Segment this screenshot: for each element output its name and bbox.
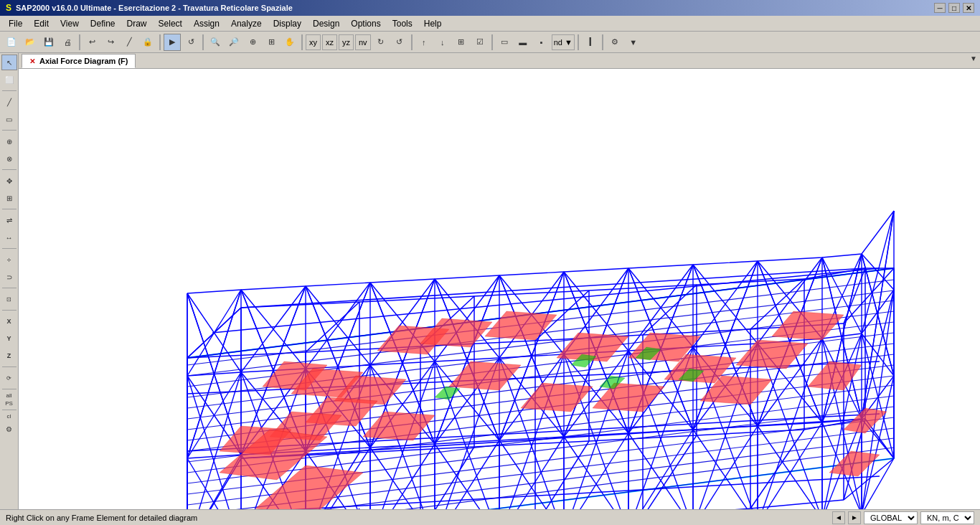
tb-node-dropdown[interactable]: nd ▼ <box>552 34 575 50</box>
lt-view-xaxis[interactable]: X <box>1 313 17 329</box>
menu-options[interactable]: Options <box>345 17 386 30</box>
tb-rect1[interactable]: ▭ <box>496 34 513 51</box>
menu-define[interactable]: Define <box>85 17 121 30</box>
tab-axial-force[interactable]: ✕ Axial Force Diagram (F) <box>22 54 136 68</box>
lt-settings[interactable]: ⚙ <box>1 421 17 437</box>
structure-diagram <box>19 69 980 509</box>
main-area: ↖ ⬜ ╱ ▭ ⊕ ⊗ ✥ ⊞ ⇌ ↔ ÷ ⊃ ⊡ X Y Z ⟳ all PS… <box>0 53 980 509</box>
lt-label-cl: cl <box>7 413 11 420</box>
menu-file[interactable]: File <box>3 17 28 30</box>
tb-lock[interactable]: 🔒 <box>139 34 156 51</box>
lt-mirror[interactable]: ⇌ <box>1 212 17 228</box>
tb-up[interactable]: ↑ <box>415 34 433 51</box>
title-bar-controls: ─ □ ✕ <box>934 3 974 13</box>
separator-3 <box>202 34 204 50</box>
separator-1 <box>79 34 80 50</box>
title-bar: S SAP2000 v16.0.0 Ultimate - Esercitazio… <box>0 0 980 16</box>
menu-edit[interactable]: Edit <box>28 17 55 30</box>
minimize-button[interactable]: ─ <box>934 3 946 13</box>
tb-grid[interactable]: ⊞ <box>453 34 470 51</box>
lt-connect[interactable]: ⊃ <box>1 269 17 285</box>
tb-pointer[interactable]: ▶ <box>164 34 181 51</box>
lt-view-yaxis[interactable]: Y <box>1 331 17 346</box>
lt-sep-2 <box>2 130 17 131</box>
window-title: SAP2000 v16.0.0 Ultimate - Esercitazione… <box>16 4 293 12</box>
status-bar-right: ◄ ► GLOBAL KN, m, C <box>832 511 974 524</box>
tb-open[interactable]: 📂 <box>22 34 39 51</box>
lt-view-zaxis[interactable]: Z <box>1 348 17 364</box>
tb-rotate-cw[interactable]: ↻ <box>372 34 390 51</box>
units-dropdown[interactable]: KN, m, C <box>920 511 974 524</box>
tb-draw-line[interactable]: ╱ <box>121 34 138 51</box>
lt-select[interactable]: ⬜ <box>1 72 17 88</box>
menu-select[interactable]: Select <box>153 17 188 30</box>
lt-divide[interactable]: ÷ <box>1 252 17 268</box>
lt-sep-4 <box>2 209 17 209</box>
menu-help[interactable]: Help <box>418 17 448 30</box>
lt-delete[interactable]: ⊗ <box>1 151 17 166</box>
tb-view-nv[interactable]: nv <box>355 34 371 50</box>
toolbar: 📄 📂 💾 🖨 ↩ ↪ ╱ 🔒 ▶ ↺ 🔍 🔎 ⊕ ⊞ ✋ xy xz yz n… <box>0 32 980 53</box>
lt-sep-1 <box>2 90 17 91</box>
menu-bar: File Edit View Define Draw Select Assign… <box>0 16 980 32</box>
menu-tools[interactable]: Tools <box>387 17 418 30</box>
tb-refresh[interactable]: ↺ <box>182 34 199 51</box>
lt-snap[interactable]: ⊡ <box>1 291 17 307</box>
tb-undo[interactable]: ↩ <box>83 34 100 51</box>
tb-view-yz[interactable]: yz <box>339 34 354 50</box>
lt-reset[interactable]: ⟳ <box>1 370 17 386</box>
view-area: ✕ Axial Force Diagram (F) ▼ <box>19 53 980 509</box>
menu-view[interactable]: View <box>55 17 85 30</box>
tb-redo[interactable]: ↪ <box>102 34 119 51</box>
tb-rect2[interactable]: ▬ <box>514 34 532 51</box>
lt-sep-5 <box>2 248 17 249</box>
tb-print[interactable]: 🖨 <box>59 34 76 51</box>
separator-5 <box>411 34 413 50</box>
tab-bar: ✕ Axial Force Diagram (F) ▼ <box>19 53 980 69</box>
tb-new[interactable]: 📄 <box>3 34 20 51</box>
tb-pan[interactable]: ✋ <box>281 34 298 51</box>
close-button[interactable]: ✕ <box>963 3 974 13</box>
left-toolbar: ↖ ⬜ ╱ ▭ ⊕ ⊗ ✥ ⊞ ⇌ ↔ ÷ ⊃ ⊡ X Y Z ⟳ all PS… <box>0 53 19 509</box>
tb-section[interactable]: I <box>582 34 599 51</box>
tb-zoom-region[interactable]: ⊞ <box>263 34 280 51</box>
lt-draw-line[interactable]: ╱ <box>1 94 17 110</box>
tb-rect3[interactable]: ▪ <box>533 34 550 51</box>
tb-check[interactable]: ☑ <box>471 34 489 51</box>
separator-2 <box>159 34 161 50</box>
lt-pointer[interactable]: ↖ <box>1 55 17 70</box>
menu-draw[interactable]: Draw <box>121 17 153 30</box>
tb-save[interactable]: 💾 <box>40 34 57 51</box>
tab-expand-button[interactable]: ▼ <box>970 55 977 62</box>
tb-options[interactable]: ⚙ <box>606 34 623 51</box>
status-nav-right[interactable]: ► <box>848 511 861 524</box>
tb-zoom-out[interactable]: 🔍 <box>207 34 224 51</box>
tb-rotate-ccw[interactable]: ↺ <box>391 34 408 51</box>
tb-view-xz[interactable]: xz <box>322 34 337 50</box>
menu-analyze[interactable]: Analyze <box>225 17 268 30</box>
coordinate-system-dropdown[interactable]: GLOBAL <box>864 511 918 524</box>
lt-scale[interactable]: ↔ <box>1 230 17 245</box>
separator-4 <box>301 34 303 50</box>
tb-zoom-in[interactable]: 🔎 <box>225 34 242 51</box>
app-icon: S <box>6 3 11 13</box>
tb-options-dropdown[interactable]: ▼ <box>625 34 642 51</box>
status-nav-left[interactable]: ◄ <box>832 511 845 524</box>
lt-replicate[interactable]: ⊞ <box>1 190 17 206</box>
menu-design[interactable]: Design <box>307 17 345 30</box>
maximize-button[interactable]: □ <box>948 3 960 13</box>
tab-icon: ✕ <box>29 57 35 65</box>
menu-assign[interactable]: Assign <box>188 17 225 30</box>
canvas[interactable] <box>19 69 980 509</box>
lt-add-point[interactable]: ⊕ <box>1 133 17 149</box>
status-bar: Right Click on any Frame Element for det… <box>0 509 980 525</box>
lt-sep-7 <box>2 310 17 311</box>
tb-view-xy[interactable]: xy <box>306 34 321 50</box>
menu-display[interactable]: Display <box>268 17 307 30</box>
tb-down[interactable]: ↓ <box>434 34 451 51</box>
lt-draw-frame[interactable]: ▭ <box>1 111 17 127</box>
tb-zoom-fit[interactable]: ⊕ <box>244 34 261 51</box>
separator-8 <box>602 34 603 50</box>
status-message: Right Click on any Frame Element for det… <box>6 514 197 522</box>
lt-move[interactable]: ✥ <box>1 173 17 189</box>
